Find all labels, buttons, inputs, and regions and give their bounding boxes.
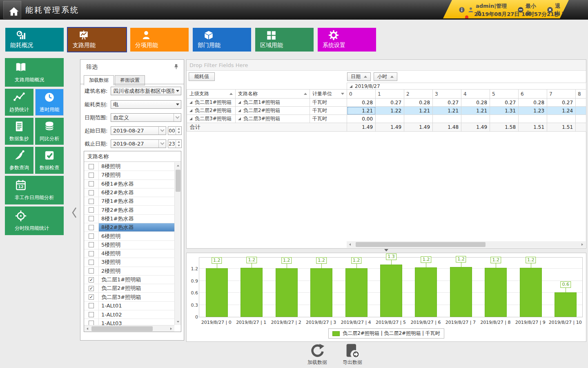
hour-column-header[interactable]: 4: [461, 90, 490, 99]
value-cell[interactable]: [376, 115, 404, 123]
branch-list-item[interactable]: 7楼2#热水器: [84, 206, 174, 214]
checkbox[interactable]: [89, 207, 94, 213]
branch-list-item[interactable]: 7楼1#热水器: [84, 197, 174, 206]
sidebar-item-hourly-energy[interactable]: 逐时用能: [35, 89, 64, 116]
value-cell[interactable]: 0.27: [376, 99, 404, 107]
branch-list-item[interactable]: 2楼照明: [84, 267, 174, 276]
value-cell[interactable]: 1.31: [490, 107, 519, 115]
sidebar-item-period-stats[interactable]: 分时段用能统计: [5, 206, 64, 235]
checkbox[interactable]: [89, 260, 94, 265]
parent-branch-cell[interactable]: 负二层2#照明箱: [187, 107, 236, 115]
spin-up-icon[interactable]: [176, 127, 181, 131]
nav-tab-region-energy[interactable]: 区域用能: [255, 28, 314, 52]
date-group-cell[interactable]: 2019/8/27: [347, 83, 586, 90]
value-cell[interactable]: 0.27: [490, 99, 519, 107]
scroll-left-icon[interactable]: [84, 325, 91, 332]
checkbox[interactable]: [89, 199, 94, 204]
checkbox[interactable]: [89, 242, 94, 247]
branch-list-item[interactable]: ✓负二层3#照明箱: [84, 293, 174, 301]
branch-list-item[interactable]: 8楼2#热水器: [84, 223, 174, 232]
scroll-left-icon[interactable]: [347, 241, 353, 248]
hour-field-button[interactable]: 小时: [374, 72, 397, 81]
checkbox[interactable]: [89, 251, 94, 256]
branch-list-item[interactable]: ✓负二层2#照明箱: [84, 284, 174, 293]
checkbox[interactable]: [89, 181, 94, 186]
home-button[interactable]: [3, 1, 21, 19]
branch-name-cell[interactable]: 负二层2#照明箱: [236, 107, 310, 115]
parent-branch-cell[interactable]: 负二层1#照明箱: [187, 99, 236, 107]
nav-tab-branch-energy[interactable]: 支路用能: [68, 28, 126, 52]
expand-icon[interactable]: [238, 101, 241, 104]
start-hour-stepper[interactable]: 00: [168, 126, 182, 135]
value-cell[interactable]: [547, 115, 576, 123]
scroll-down-icon[interactable]: [175, 319, 181, 325]
panel-splitter-chevron[interactable]: [383, 249, 390, 252]
sidebar-item-data-check[interactable]: 数据检查: [35, 147, 64, 174]
energy-type-select[interactable]: 电: [111, 100, 181, 109]
start-date-picker[interactable]: 2019-08-27: [111, 126, 166, 135]
sidebar-item-param-query[interactable]: 参数查询: [5, 147, 33, 174]
data-field-button[interactable]: 能耗值: [189, 72, 215, 81]
checkbox[interactable]: [89, 216, 94, 221]
spin-down-icon[interactable]: [176, 131, 181, 135]
value-cell[interactable]: [433, 115, 461, 123]
hour-column-header[interactable]: 1: [376, 90, 404, 99]
branch-list-item[interactable]: 5楼照明: [84, 241, 174, 249]
expand-icon[interactable]: [238, 117, 241, 120]
expand-icon[interactable]: [189, 101, 192, 104]
expand-icon[interactable]: [238, 109, 241, 112]
hour-column-header[interactable]: 5: [490, 90, 519, 99]
building-select[interactable]: 四川省成都市新都区中医院: [111, 87, 181, 95]
branch-list-item[interactable]: 3楼照明: [84, 258, 174, 267]
branch-list-item[interactable]: 1-ALt01: [84, 302, 174, 310]
spin-up-icon[interactable]: [176, 140, 181, 144]
branch-list-item[interactable]: 7楼照明: [84, 171, 174, 180]
checkbox[interactable]: [89, 303, 94, 308]
hour-column-header[interactable]: 7: [547, 90, 576, 99]
vscroll-thumb[interactable]: [176, 170, 180, 192]
expand-icon[interactable]: [189, 117, 192, 120]
checkbox[interactable]: [89, 190, 94, 195]
nav-tab-department-energy[interactable]: 部门用能: [193, 28, 251, 52]
value-cell[interactable]: [461, 115, 490, 123]
sidebar-item-nonworkday-analysis[interactable]: 12非工作日用能分析: [5, 176, 64, 204]
row-field-2[interactable]: 计量单位: [310, 90, 347, 99]
checkbox[interactable]: [89, 312, 94, 317]
sidebar-item-yoy-analysis[interactable]: 同比分析: [35, 118, 64, 145]
load-data-button[interactable]: 加载数据: [307, 343, 327, 366]
checkbox[interactable]: ✓: [89, 277, 94, 283]
scroll-right-icon[interactable]: [579, 241, 586, 248]
row-field-1[interactable]: 支路名称: [236, 90, 310, 99]
expand-icon[interactable]: [189, 109, 192, 112]
hscroll-thumb[interactable]: [356, 242, 486, 247]
checkbox[interactable]: ✓: [89, 294, 94, 300]
value-cell[interactable]: [576, 99, 586, 107]
value-cell[interactable]: 0.27: [433, 99, 461, 107]
checkbox[interactable]: [89, 268, 94, 274]
checkbox[interactable]: [89, 173, 94, 178]
nav-tab-subitem-energy[interactable]: 分项用能: [130, 28, 189, 52]
date-field-button[interactable]: 日期: [347, 72, 371, 81]
hour-column-header[interactable]: 8: [576, 90, 586, 99]
value-cell[interactable]: 1.21: [347, 107, 376, 115]
filter-drop-zone[interactable]: Drop Filter Fields Here: [187, 60, 586, 71]
sidebar-collapse-chevron[interactable]: [71, 206, 78, 219]
spin-down-icon[interactable]: [176, 144, 181, 148]
branch-list-item[interactable]: 8楼照明: [84, 162, 174, 171]
branch-list-item[interactable]: ✓负二层1#照明箱: [84, 276, 174, 284]
nav-tab-system-settings[interactable]: 系统设置: [318, 28, 376, 52]
sidebar-item-branch-overview[interactable]: 支路用能概况: [5, 58, 64, 87]
parent-branch-cell[interactable]: 负二层3#照明箱: [187, 115, 236, 123]
nav-tab-energy-overview[interactable]: 能耗概况: [5, 28, 64, 52]
value-cell[interactable]: 1.21: [404, 107, 433, 115]
hour-column-header[interactable]: 3: [433, 90, 461, 99]
value-cell[interactable]: [576, 107, 586, 115]
value-cell[interactable]: 0.00: [347, 115, 376, 123]
sidebar-item-trend-stats[interactable]: 趋势统计: [5, 89, 33, 116]
scroll-up-icon[interactable]: [175, 162, 181, 169]
sidebar-item-data-collection[interactable]: 数据集抄: [5, 118, 33, 145]
branch-list-item[interactable]: 4楼照明: [84, 249, 174, 258]
value-cell[interactable]: 0.28: [404, 99, 433, 107]
value-cell[interactable]: 0.28: [347, 99, 376, 107]
export-data-button[interactable]: 导出数据: [343, 343, 362, 366]
